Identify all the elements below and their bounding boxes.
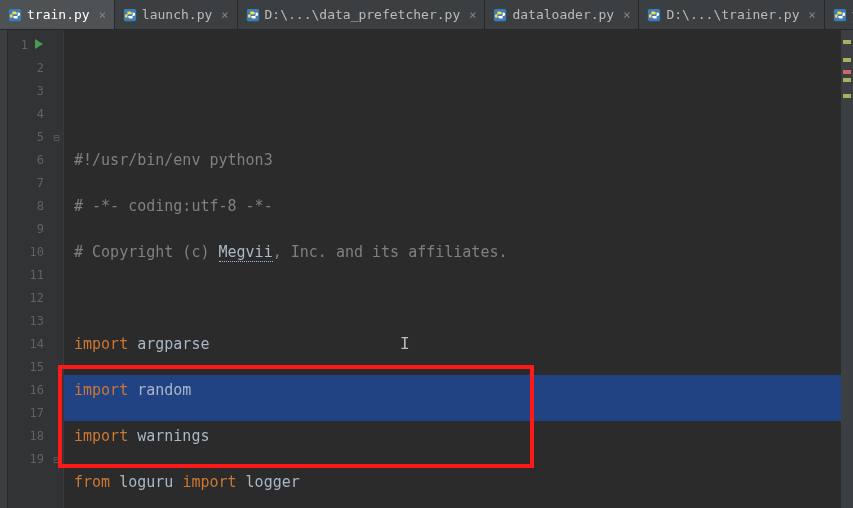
line-number: 14 bbox=[30, 333, 44, 356]
line-number: 15 bbox=[30, 356, 44, 379]
python-file-icon bbox=[8, 8, 22, 22]
scroll-marker-error bbox=[843, 70, 851, 74]
code-text: #!/usr/bin/env python3 bbox=[74, 151, 273, 169]
code-text: import bbox=[74, 381, 128, 399]
tab-train[interactable]: train.py × bbox=[0, 0, 115, 29]
scroll-marker bbox=[843, 78, 851, 82]
tab-trainer[interactable]: D:\...\trainer.py × bbox=[639, 0, 824, 29]
code-text: import bbox=[74, 427, 128, 445]
editor-area: 1 2 3 4 5 6 7 8 9 10 11 12 13 14 15 16 1… bbox=[0, 30, 853, 508]
python-file-icon bbox=[123, 8, 137, 22]
scroll-marker bbox=[843, 40, 851, 44]
python-file-icon bbox=[647, 8, 661, 22]
code-text: , Inc. and its affiliates. bbox=[273, 243, 508, 261]
tab-label: dataloader.py bbox=[512, 7, 614, 22]
line-number: 6 bbox=[37, 149, 44, 172]
line-number: 1 bbox=[21, 34, 28, 57]
line-number: 12 bbox=[30, 287, 44, 310]
line-number: 19 bbox=[30, 448, 44, 471]
line-number: 3 bbox=[37, 80, 44, 103]
tab-yolox-voc[interactable]: yolox_voc_s.py × bbox=[825, 0, 853, 29]
line-number-gutter[interactable]: 1 2 3 4 5 6 7 8 9 10 11 12 13 14 15 16 1… bbox=[8, 30, 50, 508]
fold-marker-icon[interactable]: ⊟ bbox=[50, 126, 63, 149]
line-number: 7 bbox=[37, 172, 44, 195]
code-text: loguru bbox=[110, 473, 182, 491]
code-text: warnings bbox=[128, 427, 209, 445]
text-cursor-icon: I bbox=[400, 332, 410, 355]
close-icon[interactable]: × bbox=[221, 8, 228, 22]
close-icon[interactable]: × bbox=[99, 8, 106, 22]
code-area[interactable]: #!/usr/bin/env python3 # -*- coding:utf-… bbox=[64, 30, 853, 508]
line-number: 8 bbox=[37, 195, 44, 218]
line-number: 10 bbox=[30, 241, 44, 264]
tab-launch[interactable]: launch.py × bbox=[115, 0, 238, 29]
code-text: argparse bbox=[128, 335, 209, 353]
line-number: 17 bbox=[30, 402, 44, 425]
code-text: random bbox=[128, 381, 191, 399]
code-text: import bbox=[182, 473, 236, 491]
tab-prefetcher[interactable]: D:\...\data_prefetcher.py × bbox=[238, 0, 486, 29]
code-text: # -*- coding:utf-8 -*- bbox=[74, 197, 273, 215]
line-number: 13 bbox=[30, 310, 44, 333]
tab-label: launch.py bbox=[142, 7, 212, 22]
close-icon[interactable]: × bbox=[623, 8, 630, 22]
line-number: 2 bbox=[37, 57, 44, 80]
python-file-icon bbox=[833, 8, 847, 22]
scroll-marker bbox=[843, 58, 851, 62]
code-text: import bbox=[74, 335, 128, 353]
line-number: 9 bbox=[37, 218, 44, 241]
line-number: 18 bbox=[30, 425, 44, 448]
tab-dataloader[interactable]: dataloader.py × bbox=[485, 0, 639, 29]
close-icon[interactable]: × bbox=[809, 8, 816, 22]
tab-label: train.py bbox=[27, 7, 90, 22]
tab-bar: train.py × launch.py × D:\...\data_prefe… bbox=[0, 0, 853, 30]
code-text: from bbox=[74, 473, 110, 491]
scroll-marker bbox=[843, 94, 851, 98]
code-text: logger bbox=[237, 473, 300, 491]
line-number: 5 bbox=[37, 126, 44, 149]
code-text: # Copyright (c) bbox=[74, 243, 219, 261]
line-number: 4 bbox=[37, 103, 44, 126]
tab-label: D:\...\trainer.py bbox=[666, 7, 799, 22]
tab-label: D:\...\data_prefetcher.py bbox=[265, 7, 461, 22]
python-file-icon bbox=[246, 8, 260, 22]
fold-gutter[interactable]: ⊟ ⊟ bbox=[50, 30, 64, 508]
left-edge-strip bbox=[0, 30, 8, 508]
line-number: 16 bbox=[30, 379, 44, 402]
code-text: Megvii bbox=[219, 243, 273, 262]
python-file-icon bbox=[493, 8, 507, 22]
fold-marker-icon[interactable]: ⊟ bbox=[50, 448, 63, 471]
line-number: 11 bbox=[30, 264, 44, 287]
run-icon[interactable] bbox=[34, 34, 44, 57]
close-icon[interactable]: × bbox=[469, 8, 476, 22]
